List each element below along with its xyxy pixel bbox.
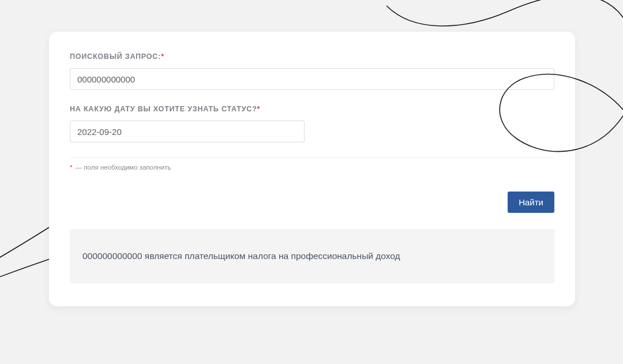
date-field-group: НА КАКУЮ ДАТУ ВЫ ХОТИТЕ УЗНАТЬ СТАТУС?* — [70, 105, 554, 142]
search-label: ПОИСКОВЫЙ ЗАПРОС:* — [70, 52, 554, 61]
find-button[interactable]: Найти — [508, 192, 554, 213]
search-input[interactable] — [70, 68, 554, 90]
button-row: Найти — [70, 192, 554, 213]
result-message-text: 000000000000 является плательщиком налог… — [82, 251, 400, 261]
footnote-text: — поля необходимо заполнить — [73, 164, 171, 171]
search-field-group: ПОИСКОВЫЙ ЗАПРОС:* — [70, 52, 554, 90]
search-label-text: ПОИСКОВЫЙ ЗАПРОС: — [70, 52, 161, 61]
required-mark: * — [161, 52, 164, 61]
required-mark: * — [257, 105, 261, 113]
date-label: НА КАКУЮ ДАТУ ВЫ ХОТИТЕ УЗНАТЬ СТАТУС?* — [70, 105, 554, 113]
search-form-card: ПОИСКОВЫЙ ЗАПРОС:* НА КАКУЮ ДАТУ ВЫ ХОТИ… — [49, 32, 575, 306]
result-message-box: 000000000000 является плательщиком налог… — [70, 229, 554, 283]
date-input[interactable] — [70, 121, 305, 142]
footnote-star: * — [70, 164, 72, 171]
required-footnote: * — поля необходимо заполнить — [70, 164, 554, 171]
divider — [70, 157, 554, 158]
date-label-text: НА КАКУЮ ДАТУ ВЫ ХОТИТЕ УЗНАТЬ СТАТУС? — [70, 105, 257, 113]
